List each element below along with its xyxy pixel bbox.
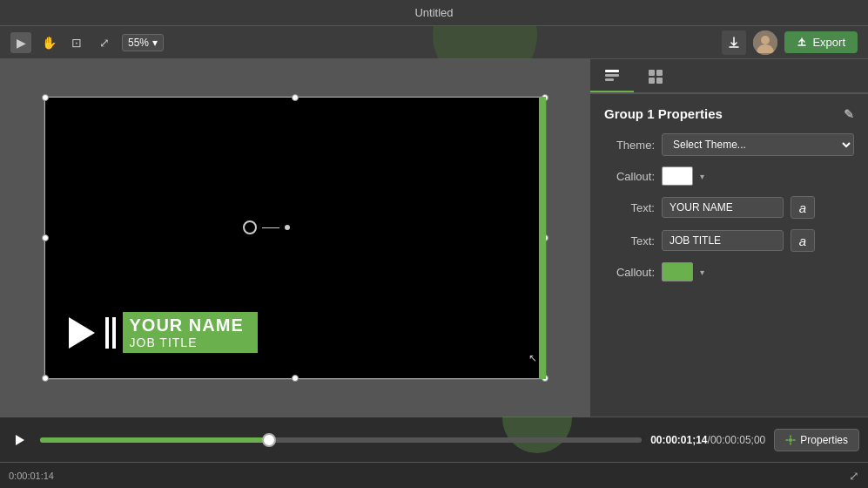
callout-color-1[interactable] [662,166,693,186]
text-row-1: Text: a [604,196,854,219]
text-input-1[interactable] [662,197,784,218]
svg-rect-4 [605,78,614,81]
crop-tool[interactable]: ⊡ [66,32,87,53]
handle-bl[interactable] [42,375,49,382]
time-display: 00:00:01;14/00:00:05;00 [650,434,765,446]
callout-arrow-2[interactable]: ▾ [700,268,704,277]
svg-rect-6 [656,70,663,76]
motion-path [243,220,290,234]
timeline-play-button[interactable] [9,429,31,451]
callout-label-1: Callout: [604,170,655,183]
theme-row: Theme: Select Theme... [604,133,854,156]
svg-rect-7 [649,78,655,84]
svg-rect-8 [656,78,663,84]
callout-row-2: Callout: ▾ [604,262,854,281]
zoom-dropdown-icon: ▾ [152,37,158,49]
text-style-btn-2[interactable]: a [791,229,815,252]
handle-tc[interactable] [292,94,299,101]
zoom-selector[interactable]: 55% ▾ [122,34,164,51]
panel-tabs [590,59,868,94]
vline-2 [112,317,116,349]
panel-content: Group 1 Properties ✎ Theme: Select Theme… [590,94,868,417]
svg-rect-3 [605,74,619,77]
timeline-area: 00:00:01;14/00:00:05;00 Properties [0,417,868,462]
canvas-frame: YOUR NAME JOB TITLE [44,96,547,380]
export-label: Export [812,36,845,49]
svg-point-1 [761,36,770,44]
toolbar: ▶ ✋ ⊡ ⤢ 55% ▾ Export [0,26,868,59]
properties-btn-label: Properties [800,434,848,446]
select-tool[interactable]: ▶ [10,32,31,53]
right-panel: Group 1 Properties ✎ Theme: Select Theme… [589,59,868,417]
animation-tab[interactable] [634,59,677,92]
panel-title: Group 1 Properties ✎ [604,106,854,121]
timeline-thumb[interactable] [262,433,276,447]
vline-1 [105,317,109,349]
green-side-bar [539,97,546,379]
text-label-1: Text: [604,201,655,214]
time-current: 00:00:01;14 [650,434,707,446]
svg-rect-5 [649,70,655,76]
window-title: Untitled [414,6,453,19]
lower-third-graphic: YOUR NAME JOB TITLE [62,312,258,353]
theme-label: Theme: [604,139,655,152]
canvas-area[interactable]: YOUR NAME JOB TITLE ↖ [0,59,589,417]
theme-select[interactable]: Select Theme... [662,133,854,156]
resize-tool[interactable]: ⤢ [94,32,115,53]
hand-tool[interactable]: ✋ [38,32,59,53]
svg-rect-2 [605,70,619,72]
panel-title-text: Group 1 Properties [604,106,723,121]
text-input-2[interactable] [662,230,784,251]
text-block: YOUR NAME JOB TITLE [123,312,258,353]
title-bar: Untitled [0,0,868,26]
properties-tab[interactable] [590,59,634,92]
cursor-indicator: ↖ [528,352,537,364]
motion-circle [243,220,257,234]
bottom-bar: 0:00:01:14 ⤢ [0,462,868,488]
user-avatar[interactable] [753,30,777,55]
motion-line [262,227,279,228]
edit-icon[interactable]: ✎ [844,107,854,121]
bottom-timestamp: 0:00:01:14 [9,471,54,481]
expand-icon[interactable]: ⤢ [849,469,859,483]
motion-dot [285,225,290,230]
handle-tl[interactable] [42,94,49,101]
callout-label-2: Callout: [604,266,655,279]
timeline-progress [40,437,269,443]
svg-point-9 [789,438,792,442]
callout-arrow-1[interactable]: ▾ [700,172,704,181]
handle-bc[interactable] [292,375,299,382]
text-style-btn-1[interactable]: a [791,196,815,219]
text-label-2: Text: [604,234,655,247]
main-area: YOUR NAME JOB TITLE ↖ [0,59,868,417]
canvas-name-text: YOUR NAME [130,315,244,336]
text-row-2: Text: a [604,229,854,252]
download-button[interactable] [722,30,746,55]
properties-button[interactable]: Properties [774,429,859,451]
time-total: 00:00:05;00 [710,434,765,446]
timeline-track[interactable] [40,437,642,443]
export-button[interactable]: Export [784,31,858,53]
play-triangle [69,317,95,349]
zoom-value: 55% [128,37,149,49]
vertical-lines [105,312,116,353]
play-icon [62,312,102,353]
handle-ml[interactable] [42,234,49,241]
callout-row-1: Callout: ▾ [604,166,854,186]
callout-color-2[interactable] [662,262,693,281]
canvas-title-text: JOB TITLE [130,336,244,349]
